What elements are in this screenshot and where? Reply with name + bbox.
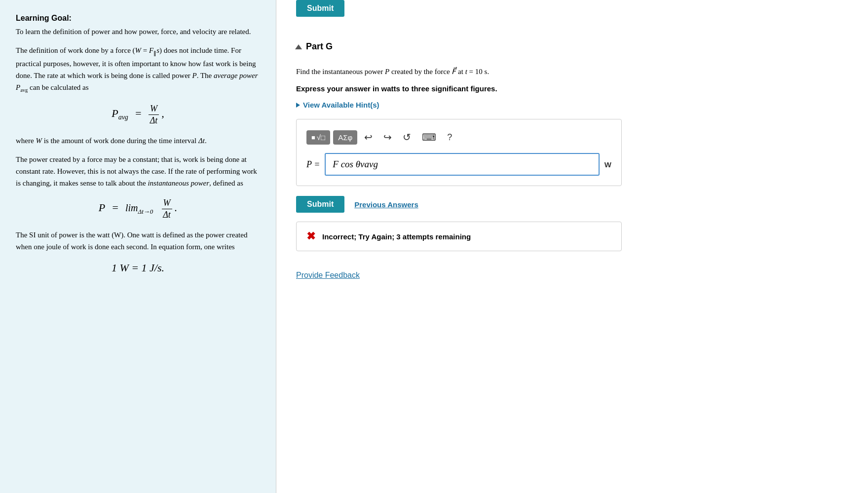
top-submit-button[interactable]: Submit bbox=[296, 0, 344, 17]
radical-icon: √□ bbox=[317, 133, 325, 142]
feedback-link[interactable]: Provide Feedback bbox=[296, 271, 360, 279]
where-w-paragraph: where W is the amount of work done durin… bbox=[16, 135, 260, 147]
formula-pavg: Pavg = W Δt , bbox=[16, 104, 260, 126]
previous-answers-link[interactable]: Previous Answers bbox=[354, 200, 418, 209]
part-g-header: Part G bbox=[296, 37, 848, 52]
error-box: ✖ Incorrect; Try Again; 3 attempts remai… bbox=[296, 222, 622, 251]
error-message: Incorrect; Try Again; 3 attempts remaini… bbox=[322, 232, 471, 241]
question-instruction: Express your answer in watts to three si… bbox=[296, 84, 848, 93]
work-definition-paragraph: The definition of work done by a force (… bbox=[16, 44, 260, 95]
hint-link[interactable]: View Available Hint(s) bbox=[296, 101, 848, 109]
intro-paragraph: To learn the definition of power and how… bbox=[16, 26, 260, 38]
input-row: P = W bbox=[306, 153, 611, 176]
redo-button[interactable]: ↪ bbox=[379, 129, 396, 145]
part-g-title: Part G bbox=[306, 41, 333, 52]
si-unit-paragraph: The SI unit of power is the watt (W). On… bbox=[16, 229, 260, 253]
keyboard-button[interactable]: ⌨ bbox=[418, 129, 440, 145]
answer-input[interactable] bbox=[325, 153, 600, 176]
greek-button[interactable]: ΑΣφ bbox=[333, 130, 357, 145]
help-button[interactable]: ? bbox=[443, 130, 456, 145]
template-icon: ■ bbox=[311, 134, 315, 141]
submit-row: Submit Previous Answers bbox=[296, 196, 848, 213]
right-panel: Submit Part G Find the instantaneous pow… bbox=[276, 0, 868, 493]
instantaneous-power-paragraph: The power created by a force may be a co… bbox=[16, 153, 260, 189]
p-equals-label: P = bbox=[306, 159, 320, 170]
top-submit-area: Submit bbox=[296, 0, 848, 17]
submit-button[interactable]: Submit bbox=[296, 196, 344, 213]
collapse-triangle-icon[interactable] bbox=[295, 44, 302, 49]
left-panel: Learning Goal: To learn the definition o… bbox=[0, 0, 276, 493]
formula-plim: P = limΔt→0 W Δt . bbox=[16, 198, 260, 220]
error-x-icon: ✖ bbox=[306, 230, 315, 243]
greek-label: ΑΣφ bbox=[338, 133, 352, 142]
question-text: Find the instantaneous power P created b… bbox=[296, 66, 848, 77]
hint-triangle-icon bbox=[296, 103, 300, 108]
answer-box: ■ √□ ΑΣφ ↩ ↪ ↺ ⌨ ? P = W bbox=[296, 119, 622, 186]
refresh-button[interactable]: ↺ bbox=[399, 129, 415, 145]
learning-goal-title: Learning Goal: bbox=[16, 14, 260, 23]
hint-link-label: View Available Hint(s) bbox=[303, 101, 379, 109]
formula-1w: 1 W = 1 J/s. bbox=[16, 262, 260, 274]
unit-label: W bbox=[604, 160, 611, 169]
template-button[interactable]: ■ √□ bbox=[306, 130, 330, 145]
math-toolbar: ■ √□ ΑΣφ ↩ ↪ ↺ ⌨ ? bbox=[306, 129, 611, 145]
undo-button[interactable]: ↩ bbox=[360, 129, 377, 145]
